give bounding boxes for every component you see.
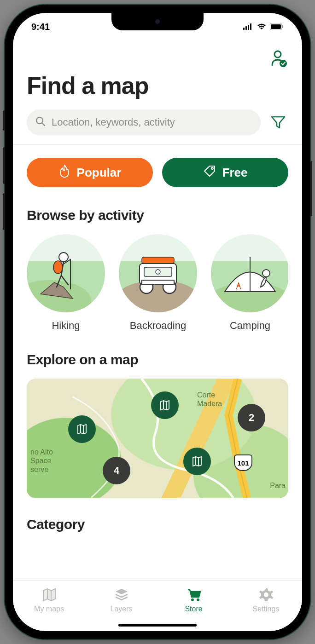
backroading-illustration: [119, 234, 197, 312]
free-label: Free: [222, 166, 248, 180]
popular-pill[interactable]: Popular: [27, 158, 153, 187]
svg-rect-3: [250, 23, 251, 30]
map-cluster[interactable]: 4: [103, 457, 130, 484]
home-indicator[interactable]: [118, 624, 197, 627]
activity-hiking[interactable]: Hiking: [27, 234, 105, 332]
svg-point-13: [59, 253, 68, 262]
map-place-label: Para: [270, 481, 286, 490]
tab-label: Store: [185, 605, 202, 613]
highway-shield: 101: [234, 454, 252, 471]
tab-label: My maps: [34, 605, 64, 613]
svg-point-26: [197, 598, 199, 601]
main-content[interactable]: Find a map: [13, 40, 302, 581]
browse-activity-title: Browse by activity: [27, 207, 288, 223]
activity-row[interactable]: Hiking: [27, 234, 288, 332]
activity-label: Backroading: [119, 320, 197, 332]
gear-icon: [258, 586, 274, 603]
svg-point-24: [262, 270, 270, 277]
flame-icon: [58, 164, 70, 181]
search-box[interactable]: [27, 109, 261, 135]
category-title: Category: [27, 517, 288, 532]
svg-rect-16: [142, 257, 174, 264]
camping-illustration: [211, 234, 288, 312]
svg-point-8: [280, 60, 287, 67]
map-pin[interactable]: [183, 448, 211, 475]
svg-rect-6: [282, 25, 283, 28]
filter-button[interactable]: [268, 112, 288, 132]
free-pill[interactable]: Free: [162, 158, 288, 187]
explore-map-title: Explore on a map: [27, 352, 288, 368]
notch: [111, 13, 204, 30]
screen: 9:41: [13, 13, 302, 631]
tab-settings[interactable]: Settings: [230, 586, 302, 613]
phone-frame: 9:41: [5, 5, 310, 639]
svg-rect-0: [243, 28, 245, 30]
svg-point-7: [274, 51, 281, 58]
map-place-label: no AltoSpaceserve: [30, 448, 53, 474]
cart-icon: [186, 586, 202, 603]
search-input[interactable]: [52, 116, 252, 128]
svg-point-25: [191, 598, 194, 601]
activity-label: Camping: [211, 320, 288, 332]
svg-rect-21: [142, 280, 174, 285]
tab-label: Layers: [110, 605, 132, 613]
activity-camping[interactable]: Camping: [211, 234, 288, 332]
svg-rect-2: [248, 25, 249, 30]
map-cluster[interactable]: 2: [238, 404, 265, 431]
search-icon: [35, 116, 46, 129]
svg-point-14: [53, 261, 63, 274]
popular-label: Popular: [77, 166, 122, 180]
map-preview[interactable]: CorteMadera no AltoSpaceserve Para 4 2 1…: [27, 379, 288, 498]
svg-rect-1: [245, 26, 247, 30]
tab-layers[interactable]: Layers: [85, 586, 158, 613]
tab-label: Settings: [253, 605, 280, 613]
svg-line-10: [42, 123, 45, 126]
svg-point-28: [264, 592, 268, 597]
activity-backroading[interactable]: Backroading: [119, 234, 197, 332]
hiking-illustration: [27, 234, 105, 312]
page-title: Find a map: [27, 72, 288, 99]
signal-icon: [243, 23, 253, 30]
map-place-label: CorteMadera: [197, 391, 222, 408]
map-pin[interactable]: [151, 391, 179, 419]
svg-rect-5: [271, 24, 281, 29]
map-icon: [41, 586, 58, 603]
divider: [13, 144, 302, 145]
profile-button[interactable]: [271, 50, 286, 66]
battery-icon: [270, 23, 284, 30]
layers-icon: [113, 586, 130, 603]
activity-label: Hiking: [27, 320, 105, 332]
map-pin[interactable]: [68, 415, 96, 443]
wifi-icon: [257, 23, 266, 30]
tag-icon: [203, 165, 216, 181]
status-time: 9:41: [31, 22, 50, 32]
tab-store[interactable]: Store: [158, 586, 230, 613]
tab-my-maps[interactable]: My maps: [13, 586, 85, 613]
svg-point-11: [211, 167, 213, 169]
svg-point-22: [156, 270, 160, 274]
